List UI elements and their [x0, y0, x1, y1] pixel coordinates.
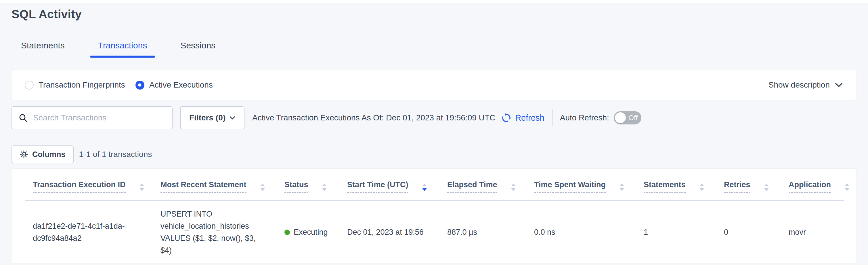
auto-refresh-label: Auto Refresh: [560, 113, 609, 123]
chevron-down-icon [229, 116, 235, 120]
tab-transactions[interactable]: Transactions [90, 41, 155, 57]
search-input[interactable] [33, 113, 166, 123]
transactions-table: Transaction Execution ID Most Recent Sta… [25, 169, 844, 263]
col-header-transaction-execution-id[interactable]: Transaction Execution ID [25, 169, 152, 201]
cell-elapsed-time: 887.0 µs [439, 201, 526, 263]
col-header-time-spent-waiting[interactable]: Time Spent Waiting [526, 169, 636, 201]
cell-statements: 1 [636, 201, 716, 263]
tab-statements[interactable]: Statements [13, 41, 73, 57]
table-header-row: Transaction Execution ID Most Recent Sta… [25, 169, 844, 201]
refresh-icon [501, 113, 512, 123]
show-description-label: Show description [769, 80, 830, 89]
toggle-state-label: Off [628, 114, 638, 122]
sort-icon [845, 184, 849, 193]
gear-icon [20, 150, 28, 159]
auto-refresh-toggle[interactable]: Off [614, 111, 641, 125]
status-label: Executing [293, 227, 328, 238]
cell-most-recent-statement: UPSERT INTO vehicle_location_histories V… [152, 201, 276, 263]
chevron-down-icon [835, 83, 843, 87]
search-box[interactable] [11, 106, 173, 129]
sort-icon [322, 184, 327, 193]
page-title: SQL Activity [11, 7, 857, 21]
table-controls: Columns 1-1 of 1 transactions [11, 145, 857, 163]
refresh-button[interactable]: Refresh [501, 113, 545, 123]
tab-sessions[interactable]: Sessions [172, 41, 223, 57]
radio-transaction-fingerprints[interactable]: Transaction Fingerprints [25, 80, 125, 89]
tab-bar: Statements Transactions Sessions [11, 38, 857, 57]
sort-icon [764, 184, 769, 193]
table-row: da1f21e2-de71-4c1f-a1da-dc9fc94a84a2 UPS… [25, 201, 844, 263]
view-mode-radio-group: Transaction Fingerprints Active Executio… [25, 80, 213, 89]
sql-activity-page: SQL Activity Statements Transactions Ses… [0, 7, 868, 263]
view-options-card: Transaction Fingerprints Active Executio… [11, 70, 857, 100]
col-header-most-recent-statement[interactable]: Most Recent Statement [152, 169, 276, 201]
radio-circle-icon [25, 81, 34, 89]
transactions-table-card: Transaction Execution ID Most Recent Sta… [11, 169, 857, 263]
status-executing-dot-icon [284, 230, 290, 235]
as-of-timestamp: Active Transaction Executions As Of: Dec… [252, 113, 495, 123]
cell-execution-id: da1f21e2-de71-4c1f-a1da-dc9fc94a84a2 [25, 201, 152, 263]
columns-button[interactable]: Columns [11, 145, 74, 163]
cell-time-spent-waiting: 0.0 ns [526, 201, 636, 263]
transactions-toolbar: Filters (0) Active Transaction Execution… [11, 106, 857, 129]
col-header-retries[interactable]: Retries [716, 169, 781, 201]
col-header-status[interactable]: Status [276, 169, 339, 201]
col-header-statements[interactable]: Statements [636, 169, 716, 201]
sort-icon [422, 184, 427, 193]
col-header-elapsed-time[interactable]: Elapsed Time [439, 169, 526, 201]
results-count: 1-1 of 1 transactions [79, 150, 152, 159]
toggle-knob [615, 112, 626, 123]
cell-status: Executing [276, 201, 339, 263]
cell-start-time: Dec 01, 2023 at 19:56 [339, 201, 439, 263]
sort-icon [700, 184, 704, 193]
toolbar-divider [552, 109, 553, 126]
cell-application: movr [781, 201, 844, 263]
col-header-start-time[interactable]: Start Time (UTC) [339, 169, 439, 201]
sort-icon [140, 184, 144, 193]
sort-icon [620, 184, 624, 193]
radio-active-executions[interactable]: Active Executions [135, 80, 213, 89]
filters-button[interactable]: Filters (0) [180, 106, 245, 129]
cell-retries: 0 [716, 201, 781, 263]
sort-icon [511, 184, 516, 193]
radio-circle-icon [135, 81, 144, 89]
show-description-toggle[interactable]: Show description [769, 80, 843, 89]
search-icon [19, 113, 28, 123]
sort-icon [260, 184, 265, 193]
col-header-application[interactable]: Application [781, 169, 844, 201]
top-strip [0, 0, 868, 3]
